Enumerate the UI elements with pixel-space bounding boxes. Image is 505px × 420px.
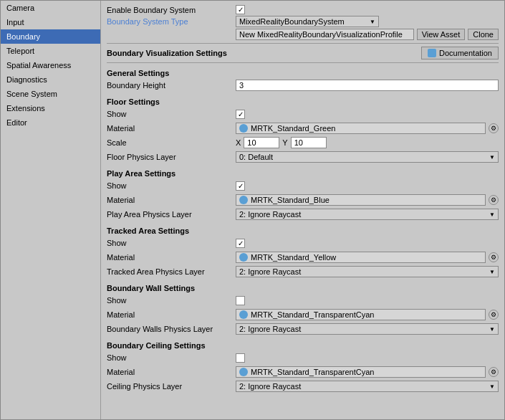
boundary-wall-physics-row: Boundary Walls Physics Layer 2: Ignore R… [107,323,499,335]
scale-y-label: Y [282,138,287,147]
doc-icon [428,49,436,57]
play-area-material-field[interactable]: MRTK_Standard_Blue [236,194,486,206]
tracked-area-object-icon [239,253,248,262]
boundary-ceiling-show-checkbox[interactable] [236,353,245,363]
boundary-wall-show-label: Show [107,296,236,305]
tracked-area-material-row: Material MRTK_Standard_Yellow ⚙ [107,251,499,264]
boundary-wall-material-field[interactable]: MRTK_Standard_TransparentCyan [236,309,486,320]
sidebar-item-input[interactable]: Input [1,15,100,29]
visualization-settings-label: Boundary Visualization Settings [107,49,236,57]
boundary-wall-object-icon [239,310,248,319]
boundary-height-row: Boundary Height [107,79,499,92]
boundary-wall-physics-dropdown[interactable]: 2: Ignore Raycast ▼ [236,323,499,335]
boundary-ceiling-show-row: Show [107,351,499,364]
boundary-wall-material-label: Material [107,310,236,319]
boundary-ceiling-physics-arrow-icon: ▼ [489,383,495,390]
sidebar-item-spatial-awareness[interactable]: Spatial Awareness [1,58,100,72]
general-settings-title: General Settings [107,69,499,77]
boundary-wall-settings-title: Boundary Wall Settings [107,284,499,292]
view-asset-button[interactable]: View Asset [417,29,466,40]
boundary-wall-material-row: Material MRTK_Standard_TransparentCyan ⚙ [107,308,499,321]
boundary-ceiling-material-row: Material MRTK_Standard_TransparentCyan ⚙ [107,366,499,378]
play-area-material-settings-icon[interactable]: ⚙ [489,195,499,205]
play-area-settings-title: Play Area Settings [107,169,499,178]
floor-scale-label: Scale [107,138,236,147]
tracked-area-material-settings-icon[interactable]: ⚙ [489,252,499,262]
boundary-wall-material-settings-icon[interactable]: ⚙ [489,310,499,320]
play-area-physics-row: Play Area Physics Layer 2: Ignore Raycas… [107,208,499,221]
play-area-show-row: Show [107,179,499,192]
boundary-ceiling-material-settings-icon[interactable]: ⚙ [489,367,499,377]
floor-physics-row: Floor Physics Layer 0: Default ▼ [107,151,499,163]
sidebar-item-scene-system[interactable]: Scene System [1,87,100,101]
floor-scale-row: Scale X Y [107,136,499,149]
floor-show-checkbox[interactable] [236,110,245,119]
boundary-height-label: Boundary Height [107,81,236,90]
play-area-show-label: Show [107,181,236,190]
floor-physics-dropdown[interactable]: 0: Default ▼ [236,151,499,163]
tracked-area-show-checkbox[interactable] [236,239,245,248]
play-area-material-row: Material MRTK_Standard_Blue ⚙ [107,194,499,206]
play-area-material-label: Material [107,196,236,204]
asset-row: New MixedRealityBoundaryVisualizationPro… [236,29,499,40]
sidebar-item-boundary[interactable]: Boundary [1,29,100,44]
dropdown-arrow-icon: ▼ [370,19,375,25]
play-area-physics-label: Play Area Physics Layer [107,210,236,219]
boundary-ceiling-show-label: Show [107,353,236,362]
floor-show-label: Show [107,110,236,118]
sidebar-item-editor[interactable]: Editor [1,115,100,130]
boundary-wall-show-checkbox[interactable] [236,296,245,305]
sidebar-item-camera[interactable]: Camera [1,1,100,15]
tracked-area-material-field[interactable]: MRTK_Standard_Yellow [236,252,486,263]
boundary-ceiling-physics-row: Ceiling Physics Layer 2: Ignore Raycast … [107,380,499,393]
boundary-ceiling-material-label: Material [107,368,236,376]
floor-show-row: Show [107,108,499,120]
boundary-ceiling-settings-title: Boundary Ceiling Settings [107,341,499,350]
boundary-wall-show-row: Show [107,294,499,307]
tracked-area-physics-arrow-icon: ▼ [489,269,495,275]
tracked-area-material-label: Material [107,253,236,262]
play-area-show-checkbox[interactable] [236,181,245,191]
floor-material-label: Material [107,124,236,133]
scale-inputs: X Y [236,137,327,148]
boundary-type-label: Boundary System Type [107,17,236,26]
sidebar-item-extensions[interactable]: Extensions [1,101,100,115]
tracked-area-physics-dropdown[interactable]: 2: Ignore Raycast ▼ [236,266,499,277]
enable-boundary-label: Enable Boundary System [107,6,236,14]
object-icon [239,124,248,133]
boundary-ceiling-object-icon [239,368,248,376]
boundary-type-dropdown[interactable]: MixedRealityBoundarySystem ▼ [236,16,379,27]
play-area-physics-dropdown[interactable]: 2: Ignore Raycast ▼ [236,209,499,220]
play-area-object-icon [239,196,248,204]
divider-2 [107,62,499,63]
boundary-wall-physics-label: Boundary Walls Physics Layer [107,325,236,333]
scale-x-label: X [236,138,241,147]
divider-1 [107,43,499,44]
sidebar-item-diagnostics[interactable]: Diagnostics [1,72,100,87]
boundary-ceiling-physics-dropdown[interactable]: 2: Ignore Raycast ▼ [236,381,499,392]
tracked-area-physics-row: Tracked Area Physics Layer 2: Ignore Ray… [107,265,499,278]
boundary-height-content [236,80,499,91]
boundary-ceiling-physics-label: Ceiling Physics Layer [107,382,236,391]
floor-physics-label: Floor Physics Layer [107,153,236,161]
floor-scale-y-input[interactable] [291,137,327,148]
floor-material-field[interactable]: MRTK_Standard_Green [236,123,486,134]
floor-material-settings-icon[interactable]: ⚙ [489,123,499,133]
clone-button[interactable]: Clone [468,29,499,40]
asset-field[interactable]: New MixedRealityBoundaryVisualizationPro… [236,29,414,40]
tracked-area-settings-title: Tracked Area Settings [107,226,499,235]
boundary-wall-physics-arrow-icon: ▼ [489,326,495,333]
tracked-area-show-label: Show [107,239,236,247]
sidebar-item-teleport[interactable]: Teleport [1,44,100,58]
play-area-physics-arrow-icon: ▼ [489,211,495,218]
tracked-area-physics-label: Tracked Area Physics Layer [107,267,236,276]
boundary-height-input[interactable] [236,80,499,91]
sidebar: Camera Input Boundary Teleport Spatial A… [1,1,101,419]
documentation-area: Documentation [236,47,499,59]
floor-settings-title: Floor Settings [107,97,499,106]
enable-boundary-checkbox[interactable] [236,5,245,14]
floor-scale-x-input[interactable] [244,137,279,148]
tracked-area-show-row: Show [107,237,499,249]
documentation-button[interactable]: Documentation [421,47,499,59]
boundary-ceiling-material-field[interactable]: MRTK_Standard_TransparentCyan [236,366,486,378]
